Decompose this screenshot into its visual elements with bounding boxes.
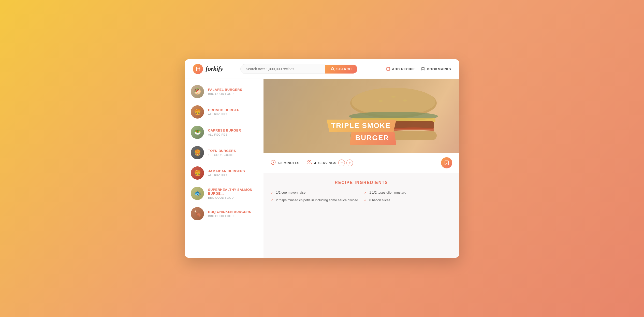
add-recipe-label: ADD RECIPE: [392, 67, 415, 71]
recipe-thumbnail: 🍔: [191, 166, 204, 180]
search-icon: [331, 67, 334, 71]
recipe-meta: 60 MINUTES 4 SERVINGS: [264, 153, 459, 173]
recipe-name: JAMAICAN BURGERS: [208, 169, 245, 173]
recipe-panel: TRIPLE SMOKE BURGER 60 MINUTES: [264, 79, 459, 258]
app-window: forkify SEARCH ADD RECIPE: [185, 59, 459, 258]
recipe-info: FALAFEL BURGERS BBC GOOD FOOD: [208, 88, 242, 95]
search-input[interactable]: [240, 64, 325, 74]
check-icon: ✓: [364, 191, 367, 195]
bookmarks-button[interactable]: BOOKMARKS: [421, 67, 451, 71]
bookmarks-label: BOOKMARKS: [427, 67, 451, 71]
ingredient-text: 8 bacon slices: [369, 198, 390, 202]
time-meta: 60 MINUTES: [271, 160, 299, 166]
list-item[interactable]: 🍗 BBQ CHICKEN BURGERS BBC GOOD FOOD: [185, 204, 264, 224]
ingredient-text: 1/2 cup mayonnaise: [276, 191, 305, 194]
recipe-source: 101 COOKBOOKS: [208, 153, 236, 156]
app-name: forkify: [206, 65, 223, 73]
recipe-ingredients: RECIPE INGREDIENTS ✓ 1/2 cup mayonnaise …: [264, 173, 459, 207]
servings-value: 4: [314, 161, 316, 165]
check-icon: ✓: [271, 198, 273, 202]
servings-label: SERVINGS: [318, 161, 336, 165]
recipe-source: BBC GOOD FOOD: [208, 92, 242, 95]
recipe-source: ALL RECIPES: [208, 113, 240, 116]
recipe-info: SUPERHEALTHY SALMON BURGE... BBC GOOD FO…: [208, 188, 257, 199]
recipe-thumbnail: 🍗: [191, 207, 204, 220]
recipe-title-line2: BURGER: [350, 132, 396, 145]
header: forkify SEARCH ADD RECIPE: [185, 59, 459, 79]
ingredient-item: ✓ 1 1/2 tbsps dijon mustard: [364, 191, 452, 195]
recipe-source: ALL RECIPES: [208, 174, 245, 177]
svg-point-19: [308, 160, 310, 162]
svg-line-18: [273, 162, 274, 163]
search-area: SEARCH: [240, 64, 357, 74]
recipe-name: BBQ CHICKEN BURGERS: [208, 210, 251, 214]
increase-servings-button[interactable]: +: [346, 160, 353, 166]
svg-point-15: [403, 99, 407, 102]
ingredient-item: ✓ 1/2 cup mayonnaise: [271, 191, 359, 195]
recipe-info: BBQ CHICKEN BURGERS BBC GOOD FOOD: [208, 210, 251, 218]
recipe-name: SUPERHEALTHY SALMON BURGE...: [208, 188, 257, 195]
recipe-hero: TRIPLE SMOKE BURGER: [264, 79, 459, 153]
people-icon: [306, 160, 312, 166]
add-recipe-icon: [386, 67, 390, 71]
recipe-name: TOFU BURGERS: [208, 149, 236, 153]
svg-point-13: [379, 100, 383, 102]
logo-icon: [193, 64, 203, 74]
servings-controls: − +: [338, 160, 353, 166]
recipe-thumbnail: 🐟: [191, 187, 204, 200]
recipe-name: CAPRESE BURGER: [208, 128, 241, 132]
ingredient-text: 2 tbsps minced chipotle in including som…: [276, 198, 358, 202]
header-actions: ADD RECIPE BOOKMARKS: [386, 67, 451, 71]
recipe-thumbnail: 🍔: [191, 146, 204, 159]
recipe-name: BRONCO BURGER: [208, 108, 240, 112]
recipe-source: BBC GOOD FOOD: [208, 214, 251, 218]
recipe-name: FALAFEL BURGERS: [208, 88, 242, 92]
check-icon: ✓: [271, 191, 273, 195]
check-icon: ✓: [364, 198, 367, 202]
list-item[interactable]: 🥙 FALAFEL BURGERS BBC GOOD FOOD: [185, 81, 264, 102]
svg-point-20: [310, 161, 311, 162]
recipe-thumbnail: 🍔: [191, 105, 204, 119]
recipe-info: BRONCO BURGER ALL RECIPES: [208, 108, 240, 116]
recipe-info: JAMAICAN BURGERS ALL RECIPES: [208, 169, 245, 177]
recipe-title-banner: TRIPLE SMOKE BURGER: [327, 120, 396, 145]
time-label: MINUTES: [284, 161, 299, 165]
ingredient-text: 1 1/2 tbsps dijon mustard: [369, 191, 406, 194]
svg-point-14: [391, 96, 396, 98]
clock-icon: [271, 160, 276, 166]
svg-point-8: [352, 88, 435, 116]
add-recipe-button[interactable]: ADD RECIPE: [386, 67, 415, 71]
ingredients-title: RECIPE INGREDIENTS: [271, 180, 452, 185]
ingredient-item: ✓ 2 tbsps minced chipotle in including s…: [271, 198, 359, 202]
search-button-label: SEARCH: [336, 67, 352, 71]
list-item[interactable]: 🍔 JAMAICAN BURGERS ALL RECIPES: [185, 163, 264, 183]
recipe-source: ALL RECIPES: [208, 133, 241, 136]
main-content: 🥙 FALAFEL BURGERS BBC GOOD FOOD 🍔 BRONCO…: [185, 79, 459, 258]
list-item[interactable]: 🍔 TOFU BURGERS 101 COOKBOOKS: [185, 142, 264, 163]
decrease-servings-button[interactable]: −: [338, 160, 345, 166]
recipe-info: TOFU BURGERS 101 COOKBOOKS: [208, 149, 236, 156]
bookmark-button[interactable]: [441, 157, 452, 168]
svg-line-3: [333, 70, 334, 71]
list-item[interactable]: 🍔 BRONCO BURGER ALL RECIPES: [185, 102, 264, 122]
ingredients-grid: ✓ 1/2 cup mayonnaise ✓ 1 1/2 tbsps dijon…: [271, 191, 452, 202]
list-item[interactable]: 🥗 CAPRESE BURGER ALL RECIPES: [185, 122, 264, 142]
recipe-info: CAPRESE BURGER ALL RECIPES: [208, 128, 241, 136]
servings-meta: 4 SERVINGS − +: [306, 160, 353, 166]
logo-area: forkify: [193, 64, 223, 74]
bookmarks-icon: [421, 67, 425, 71]
list-item[interactable]: 🐟 SUPERHEALTHY SALMON BURGE... BBC GOOD …: [185, 183, 264, 204]
sidebar: 🥙 FALAFEL BURGERS BBC GOOD FOOD 🍔 BRONCO…: [185, 79, 264, 258]
bookmark-icon: [444, 160, 449, 165]
time-value: 60: [278, 161, 282, 165]
ingredient-item: ✓ 8 bacon slices: [364, 198, 452, 202]
search-button[interactable]: SEARCH: [325, 65, 357, 74]
recipe-thumbnail: 🥗: [191, 126, 204, 139]
recipe-source: BBC GOOD FOOD: [208, 196, 257, 199]
recipe-title-line1: TRIPLE SMOKE: [327, 120, 396, 132]
recipe-thumbnail: 🥙: [191, 85, 204, 98]
